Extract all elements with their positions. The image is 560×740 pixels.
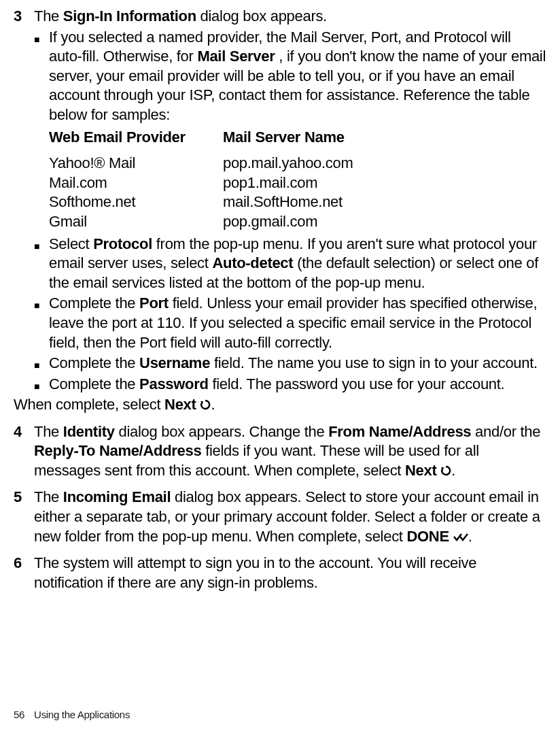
- step-body: The Sign-In Information dialog box appea…: [34, 7, 546, 416]
- table-cell: Mail.com: [49, 173, 223, 193]
- bold-text: From Name/Address: [328, 423, 471, 440]
- bold-text: Username: [139, 354, 210, 371]
- step-body: The Incoming Email dialog box appears. S…: [34, 488, 546, 547]
- page-number: 56: [14, 709, 24, 720]
- step-3: 3 The Sign-In Information dialog box app…: [14, 7, 546, 416]
- bullet-marker: ■: [34, 375, 49, 394]
- step-body: The system will attempt to sign you in t…: [34, 554, 546, 592]
- bullet-item: ■ Complete the Password field. The passw…: [34, 375, 546, 394]
- page-footer: 56Using the Applications: [14, 708, 130, 722]
- bullet-item: ■ Select Protocol from the pop-up menu. …: [34, 235, 546, 293]
- text: The: [34, 488, 63, 505]
- table-cell: Softhome.net: [49, 192, 223, 212]
- bullet-body: Select Protocol from the pop-up menu. If…: [49, 235, 546, 293]
- section-title: Using the Applications: [34, 709, 130, 720]
- bold-text: Password: [139, 375, 209, 392]
- text: When complete, select: [14, 396, 164, 413]
- bold-text: Incoming Email: [63, 488, 171, 505]
- table-cell: Gmail: [49, 212, 223, 232]
- provider-table: Web Email Provider Yahoo!® Mail Mail.com…: [49, 128, 546, 232]
- bullet-body: Complete the Username field. The name yo…: [49, 354, 546, 373]
- bullet-body: Complete the Port field. Unless your ema…: [49, 294, 546, 352]
- step-number: 6: [14, 554, 34, 592]
- table-header: Web Email Provider: [49, 128, 223, 148]
- table-cell: pop.mail.yahoo.com: [223, 154, 546, 173]
- done-icon: [453, 528, 468, 548]
- text: dialog box appears. Change the: [115, 423, 329, 440]
- text: The: [34, 7, 63, 24]
- bold-text: Identity: [63, 423, 115, 440]
- bullet-marker: ■: [34, 294, 49, 352]
- text: .: [211, 396, 215, 413]
- closing-line: When complete, select Next .: [14, 395, 546, 415]
- step-number: 4: [14, 422, 34, 482]
- bold-text: Next: [405, 462, 437, 479]
- bullet-item: ■ Complete the Port field. Unless your e…: [34, 294, 546, 352]
- bullet-marker: ■: [34, 235, 49, 293]
- text: Complete the: [49, 354, 139, 371]
- bullet-marker: ■: [34, 28, 49, 233]
- text: field. The name you use to sign in to yo…: [210, 354, 538, 371]
- bold-text: Mail Server: [197, 48, 275, 65]
- text: Complete the: [49, 375, 139, 392]
- table-column-provider: Web Email Provider Yahoo!® Mail Mail.com…: [49, 128, 223, 232]
- bullet-marker: ■: [34, 354, 49, 373]
- text: .: [451, 462, 455, 479]
- bold-text: Sign-In Information: [63, 7, 196, 24]
- text: The system will attempt to sign you in t…: [34, 554, 476, 591]
- next-icon: [440, 462, 451, 482]
- table-column-server: Mail Server Name pop.mail.yahoo.com pop1…: [223, 128, 546, 232]
- text: The: [34, 423, 63, 440]
- table-cell: pop.gmail.com: [223, 212, 546, 232]
- bold-text: Port: [139, 295, 169, 312]
- bullet-body: Complete the Password field. The passwor…: [49, 375, 546, 394]
- bullet-item: ■ If you selected a named provider, the …: [34, 28, 546, 233]
- step-number: 5: [14, 488, 34, 547]
- table-cell: pop1.mail.com: [223, 173, 546, 193]
- bold-text: Reply-To Name/Address: [34, 442, 201, 459]
- text: field. The password you use for your acc…: [209, 375, 505, 392]
- next-icon: [200, 396, 211, 416]
- bold-text: Next: [164, 396, 196, 413]
- bullet-item: ■ Complete the Username field. The name …: [34, 354, 546, 373]
- text: and/or the: [471, 423, 540, 440]
- step-6: 6 The system will attempt to sign you in…: [14, 554, 546, 592]
- text: Select: [49, 235, 93, 252]
- bold-text: Auto-detect: [212, 254, 293, 271]
- bold-text: Protocol: [93, 235, 152, 252]
- table-cell: mail.SoftHome.net: [223, 192, 546, 212]
- step-5: 5 The Incoming Email dialog box appears.…: [14, 488, 546, 547]
- bullet-body: If you selected a named provider, the Ma…: [49, 28, 546, 233]
- text: Complete the: [49, 295, 139, 312]
- bold-text: DONE: [406, 528, 449, 545]
- table-header: Mail Server Name: [223, 128, 546, 148]
- text: .: [468, 528, 472, 545]
- text: dialog box appears.: [196, 7, 327, 24]
- step-number: 3: [14, 7, 34, 416]
- step-4: 4 The Identity dialog box appears. Chang…: [14, 422, 546, 482]
- step-body: The Identity dialog box appears. Change …: [34, 422, 546, 482]
- table-cell: Yahoo!® Mail: [49, 154, 223, 173]
- step-intro: The Sign-In Information dialog box appea…: [34, 7, 546, 27]
